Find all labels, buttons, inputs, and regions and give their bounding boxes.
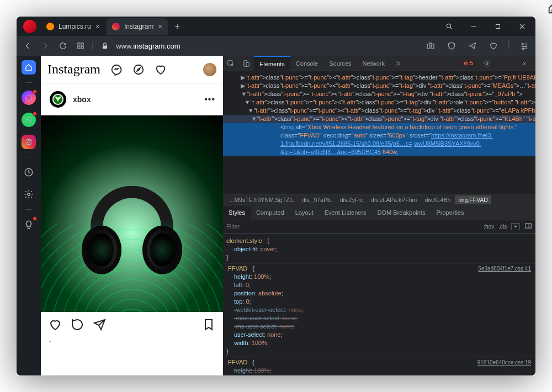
breadcrumb-item[interactable]: …M9sTE.h0YNM.SgTZ1. xyxy=(225,195,298,204)
maximize-button[interactable] xyxy=(487,18,509,35)
css-property[interactable]: -webkit-user-select: none; xyxy=(223,306,535,314)
devtools-settings-icon[interactable] xyxy=(479,60,495,67)
css-rule[interactable]: element.style {object-fit: cover;} xyxy=(223,236,535,263)
css-property[interactable]: height: 100%; xyxy=(223,273,535,281)
hover-toggle[interactable]: :hov xyxy=(484,224,494,230)
close-tab-icon[interactable]: × xyxy=(95,22,100,31)
browser-window: Lumpics.ru × Instagram × + | www.instagr… xyxy=(17,17,535,375)
css-source-link[interactable]: 91810e640cce.css:19 xyxy=(477,358,531,367)
more-tabs-icon[interactable] xyxy=(390,56,406,71)
dom-node[interactable]: ▼"t-attr">class"t-punc">="t-punc"><"t-at… xyxy=(223,107,535,115)
devtools-more-icon[interactable]: ⋮ xyxy=(498,60,513,67)
dom-node[interactable]: ▼"t-attr">class"t-punc">="t-punc"><"t-at… xyxy=(223,115,535,123)
easy-setup-icon[interactable] xyxy=(518,39,531,52)
new-tab-button[interactable]: + xyxy=(169,22,185,31)
dom-node[interactable]: <img alt="Xbox Wireless Headset featured… xyxy=(223,123,535,156)
dom-node[interactable]: ▶"t-attr">class"t-punc">="t-punc"><"t-at… xyxy=(223,73,535,82)
search-tabs-icon[interactable] xyxy=(438,18,460,35)
styles-tab-event-listeners[interactable]: Event Listeners xyxy=(319,206,372,220)
styles-tab-properties[interactable]: Properties xyxy=(431,206,469,220)
inspect-element-icon[interactable] xyxy=(223,56,238,71)
devtools-tab-elements[interactable]: Elements xyxy=(254,56,290,71)
svg-point-14 xyxy=(30,140,30,141)
sidebar-history-icon[interactable] xyxy=(22,165,36,179)
profile-avatar[interactable] xyxy=(203,63,216,76)
styles-tab-dom-breakpoints[interactable]: DOM Breakpoints xyxy=(372,206,431,220)
devtools-tab-sources[interactable]: Sources xyxy=(323,56,357,71)
back-button[interactable] xyxy=(21,39,34,52)
css-property[interactable]: left: 0; xyxy=(223,281,535,289)
error-count-badge[interactable]: 5 xyxy=(461,60,476,66)
css-property[interactable]: position: absolute; xyxy=(223,289,535,298)
toggle-sidebar-icon[interactable] xyxy=(524,222,532,231)
reload-button[interactable] xyxy=(56,39,70,52)
post-more-button[interactable]: ••• xyxy=(204,94,215,104)
favicon-icon xyxy=(46,23,54,30)
devtools-tab-console[interactable]: Console xyxy=(290,56,323,71)
css-property[interactable]: height: 100%; xyxy=(223,367,535,375)
explore-icon[interactable] xyxy=(132,63,145,76)
bookmark-icon[interactable] xyxy=(202,318,215,331)
tab-instagram[interactable]: Instagram × xyxy=(107,18,168,35)
sidebar-whatsapp-icon[interactable] xyxy=(22,113,36,127)
forward-button[interactable] xyxy=(39,39,52,52)
breadcrumb-item[interactable]: div.eLAPa.kPFhm xyxy=(368,195,420,204)
css-rule[interactable]: 91810e640cce.css:19.FFVAD {height: 100%;… xyxy=(223,357,535,375)
css-property[interactable]: -ms-user-select: none; xyxy=(223,322,535,331)
sidebar-pinboards-icon[interactable] xyxy=(22,218,36,232)
styles-tab-computed[interactable]: Computed xyxy=(251,206,290,220)
post-author-avatar[interactable] xyxy=(49,90,67,109)
css-property[interactable]: -moz-user-select: none; xyxy=(223,314,535,322)
sidebar-messenger-icon[interactable] xyxy=(22,91,36,105)
css-property[interactable]: object-fit: cover; xyxy=(223,245,535,253)
share-icon[interactable] xyxy=(93,318,106,331)
devtools-tab-network[interactable]: Network xyxy=(357,56,390,71)
breadcrumb-item[interactable]: div._97aPb. xyxy=(299,195,336,204)
breadcrumb-item[interactable]: div.ZyFrc xyxy=(337,195,367,204)
close-tab-icon[interactable]: × xyxy=(158,22,162,31)
url-text[interactable]: www.instagram.com xyxy=(116,42,180,50)
styles-panel[interactable]: element.style {object-fit: cover;}5e3ad8… xyxy=(223,234,535,375)
devtools-close-icon[interactable]: × xyxy=(517,60,532,67)
speed-dial-icon[interactable] xyxy=(74,39,87,52)
dom-node[interactable]: ▼"t-attr">class"t-punc">="t-punc"><"t-at… xyxy=(223,98,535,107)
dom-tree[interactable]: ▶"t-attr">class"t-punc">="t-punc"><"t-at… xyxy=(223,71,535,194)
close-window-button[interactable] xyxy=(511,18,533,35)
post-image[interactable] xyxy=(41,115,223,312)
css-rule[interactable]: 5e3ad804f1e7.css:41.FFVAD {height: 100%;… xyxy=(223,263,535,357)
breadcrumb-item[interactable]: img.FFVAD xyxy=(455,195,491,204)
svg-point-8 xyxy=(429,45,432,47)
snapshot-icon[interactable] xyxy=(424,39,437,52)
minimize-button[interactable] xyxy=(463,18,485,35)
sidebar-instagram-icon[interactable] xyxy=(22,135,36,149)
instagram-logo[interactable]: Instagram xyxy=(47,62,100,77)
device-toolbar-icon[interactable] xyxy=(238,56,254,71)
styles-tab-styles[interactable]: Styles xyxy=(223,206,251,220)
lock-icon[interactable] xyxy=(98,39,112,52)
messenger-icon[interactable] xyxy=(110,63,123,76)
dom-node[interactable]: ▶"t-attr">class"t-punc">="t-punc"><"t-at… xyxy=(223,82,535,90)
comment-icon[interactable] xyxy=(71,318,84,331)
like-icon[interactable] xyxy=(49,318,62,331)
breadcrumb[interactable]: …M9sTE.h0YNM.SgTZ1.div._97aPb.div.ZyFrcd… xyxy=(223,194,535,206)
cls-toggle[interactable]: .cls xyxy=(498,224,507,230)
css-property[interactable]: left: 0; xyxy=(223,375,535,375)
tab-lumpics[interactable]: Lumpics.ru × xyxy=(41,18,105,35)
send-icon[interactable] xyxy=(466,39,479,52)
css-property[interactable]: user-select: none; xyxy=(223,331,535,339)
sidebar-home-icon[interactable] xyxy=(22,60,36,75)
heart-icon[interactable] xyxy=(487,39,500,52)
styles-filter-input[interactable] xyxy=(226,223,479,230)
css-source-link[interactable]: 5e3ad804f1e7.css:41 xyxy=(478,264,531,273)
sidebar-settings-icon[interactable] xyxy=(22,187,36,202)
opera-menu-icon[interactable] xyxy=(23,20,36,33)
css-property[interactable]: top: 0; xyxy=(223,298,535,306)
post-username[interactable]: xbox xyxy=(73,95,91,104)
new-rule-button[interactable]: + xyxy=(511,223,520,230)
styles-tab-layout[interactable]: Layout xyxy=(290,206,319,220)
shield-icon[interactable] xyxy=(445,39,458,52)
activity-heart-icon[interactable] xyxy=(155,63,167,76)
dom-node[interactable]: ▼"t-attr">class"t-punc">="t-punc"><"t-at… xyxy=(223,90,535,98)
css-property[interactable]: width: 100%; xyxy=(223,339,535,347)
breadcrumb-item[interactable]: div.KL4Bh xyxy=(421,195,454,204)
